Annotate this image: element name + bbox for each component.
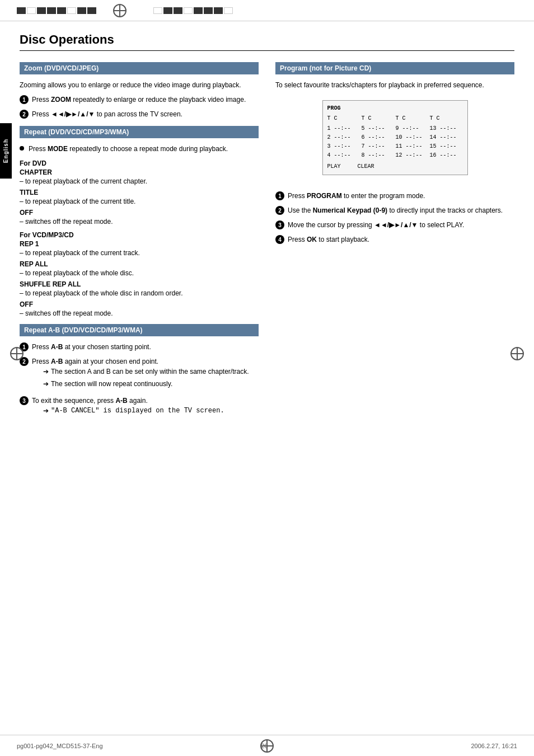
program-header: Program (not for Picture CD) <box>275 62 514 74</box>
prog-step-4: 4 Press OK to start playback. <box>275 234 514 245</box>
zoom-header: Zoom (DVD/VCD/JPEG) <box>20 62 259 74</box>
prog-step-1-num: 1 <box>275 191 284 200</box>
arrow-icon-2: ➔ <box>43 379 49 389</box>
bottom-crosshair <box>260 739 274 753</box>
repall-subtitle: REP ALL <box>20 260 259 268</box>
off-subtitle-dvd: OFF <box>20 209 259 217</box>
prog-step-3-text: Move the cursor by pressing ◄◄/▶►/▲/▼ to… <box>288 220 464 230</box>
main-content: Disc Operations Zoom (DVD/VCD/JPEG) Zoom… <box>0 21 534 456</box>
prog-footer: PLAY CLEAR <box>327 162 463 171</box>
page-title: Disc Operations <box>20 32 514 51</box>
prog-col-2: T C <box>362 114 392 123</box>
prog-r2c2: 6 --:-- <box>362 133 392 142</box>
top-bar-right-pattern <box>153 7 233 14</box>
for-vcd: For VCD/MP3/CD REP 1 – to repeat playbac… <box>20 231 259 317</box>
ab-step-2: 2 Press A-B again at your chosen end poi… <box>20 356 259 391</box>
prog-r1c1: 1 --:-- <box>327 124 358 133</box>
repeat-ab-section: Repeat A-B (DVD/VCD/CD/MP3/WMA) 1 Press … <box>20 324 259 418</box>
prog-r1c4: 13 --:-- <box>430 124 461 133</box>
prog-r4c3: 12 --:-- <box>396 151 427 160</box>
repeat-header: Repeat (DVD/VCD/CD/MP3/WMA) <box>20 126 259 138</box>
prog-step-3: 3 Move the cursor by pressing ◄◄/▶►/▲/▼ … <box>275 220 514 230</box>
repeat-bullet-text: Press MODE repeatedly to choose a repeat… <box>29 144 228 154</box>
prog-row-3: 3 --:-- 7 --:-- 11 --:-- 15 --:-- <box>327 142 463 151</box>
prog-r2c3: 10 --:-- <box>396 133 427 142</box>
off-desc-vcd: – switches off the repeat mode. <box>20 309 259 317</box>
repeat-section: Repeat (DVD/VCD/CD/MP3/WMA) Press MODE r… <box>20 126 259 317</box>
title-subtitle: TITLE <box>20 189 259 196</box>
rep1-desc: – to repeat playback of the current trac… <box>20 249 259 257</box>
prog-r4c4: 16 --:-- <box>430 151 461 160</box>
ab-step-3: 3 To exit the sequence, press A-B again.… <box>20 396 259 418</box>
ab-step-1-text: Press A-B at your chosen starting point. <box>32 342 151 352</box>
bar-block-r4 <box>184 7 193 14</box>
bar-block-r5 <box>194 7 203 14</box>
left-crosshair <box>10 347 24 360</box>
for-vcd-title: For VCD/MP3/CD <box>20 231 259 239</box>
bar-block-6 <box>67 7 76 14</box>
bar-block-r3 <box>174 7 182 14</box>
ab-arrow-1-text: The section A and B can be set only with… <box>51 367 249 377</box>
zoom-step-2-text: Press ◄◄/▶►/▲/▼ to pan across the TV scr… <box>32 109 182 119</box>
top-crosshair-left <box>113 4 127 17</box>
repeat-ab-header: Repeat A-B (DVD/VCD/CD/MP3/WMA) <box>20 324 259 336</box>
prog-row-2: 2 --:-- 6 --:-- 10 --:-- 14 --:-- <box>327 133 463 142</box>
rep1-subtitle: REP 1 <box>20 240 259 248</box>
shuffle-subtitle: SHUFFLE REP ALL <box>20 280 259 288</box>
zoom-step-2-num: 2 <box>20 110 29 119</box>
prog-col-3: T C <box>396 114 427 123</box>
chapter-subtitle: CHAPTER <box>20 168 259 176</box>
chapter-desc: – to repeat playback of the current chap… <box>20 177 259 185</box>
zoom-step-1-text: Press ZOOM repeatedly to enlarge or redu… <box>32 95 246 105</box>
arrow-icon-1: ➔ <box>43 367 49 377</box>
columns-container: Zoom (DVD/VCD/JPEG) Zooming allows you t… <box>20 62 514 422</box>
ab-arrow-2: ➔ The section will now repeat continuous… <box>43 379 249 389</box>
ab-arrow-2-text: The section will now repeat continuously… <box>51 379 172 389</box>
program-section: Program (not for Picture CD) To select f… <box>275 62 514 245</box>
zoom-step-1: 1 Press ZOOM repeatedly to enlarge or re… <box>20 95 259 105</box>
bar-block-1 <box>17 7 26 14</box>
prog-r3c3: 11 --:-- <box>396 142 427 151</box>
ab-step-3-text: To exit the sequence, press A-B again. ➔… <box>32 396 224 418</box>
off-subtitle-vcd: OFF <box>20 300 259 308</box>
prog-r1c2: 5 --:-- <box>362 124 392 133</box>
prog-play-btn: PLAY <box>327 162 341 171</box>
prog-step-3-num: 3 <box>275 220 284 229</box>
prog-r2c1: 2 --:-- <box>327 133 358 142</box>
right-crosshair <box>510 347 524 360</box>
prog-r3c2: 7 --:-- <box>362 142 392 151</box>
program-intro: To select favourite tracks/chapters for … <box>275 80 514 90</box>
zoom-step-2: 2 Press ◄◄/▶►/▲/▼ to pan across the TV s… <box>20 109 259 119</box>
off-desc-dvd: – switches off the repeat mode. <box>20 218 259 226</box>
prog-r3c1: 3 --:-- <box>327 142 358 151</box>
ab-step-1: 1 Press A-B at your chosen starting poin… <box>20 342 259 352</box>
bar-block-r1 <box>153 7 162 14</box>
prog-col-headers: T C T C T C T C <box>327 114 463 123</box>
bar-block-8 <box>87 7 96 14</box>
prog-r2c4: 14 --:-- <box>430 133 461 142</box>
english-tab: English <box>0 123 12 179</box>
bottom-bar: pg001-pg042_MCD515-37-Eng 26 2006.2.27, … <box>0 735 534 756</box>
prog-clear-btn: CLEAR <box>358 162 374 171</box>
bar-block-r8 <box>224 7 233 14</box>
prog-col-1: T C <box>327 114 358 123</box>
for-dvd: For DVD CHAPTER – to repeat playback of … <box>20 159 259 226</box>
ab-step-2-text: Press A-B again at your chosen end point… <box>32 356 249 391</box>
ab-arrow-3-text: "A-B CANCEL" is displayed on the TV scre… <box>51 406 224 416</box>
prog-label: PROG <box>327 104 463 113</box>
bar-block-3 <box>37 7 46 14</box>
prog-row-1: 1 --:-- 5 --:-- 9 --:-- 13 --:-- <box>327 124 463 133</box>
bar-block-5 <box>57 7 66 14</box>
prog-r4c2: 8 --:-- <box>362 151 392 160</box>
top-bar-left-pattern <box>17 7 96 14</box>
prog-step-2: 2 Use the Numerical Keypad (0-9) to dire… <box>275 205 514 215</box>
for-dvd-title: For DVD <box>20 159 259 167</box>
prog-step-4-text: Press OK to start playback. <box>288 234 369 245</box>
prog-step-1: 1 Press PROGRAM to enter the program mod… <box>275 191 514 201</box>
footer-left: pg001-pg042_MCD515-37-Eng <box>17 743 103 749</box>
prog-r4c1: 4 --:-- <box>327 151 358 160</box>
left-column: Zoom (DVD/VCD/JPEG) Zooming allows you t… <box>20 62 259 422</box>
zoom-intro: Zooming allows you to enlarge or reduce … <box>20 80 259 90</box>
bar-block-r6 <box>204 7 213 14</box>
arrow-icon-3: ➔ <box>43 406 49 416</box>
